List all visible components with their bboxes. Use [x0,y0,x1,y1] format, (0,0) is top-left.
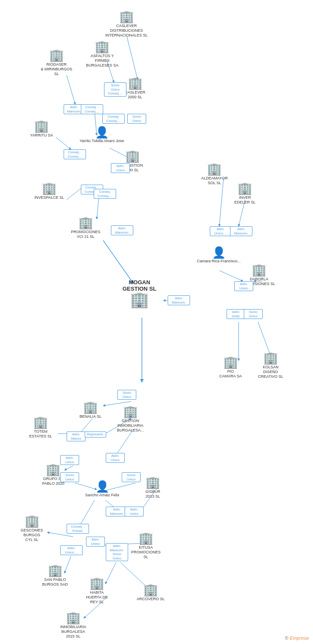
label-gescomes: GESCOMES BURGOS CYL SL [21,528,43,542]
building-icon-kolsan: 🏢 [263,352,278,364]
building-icon-aldeamayor: 🏢 [207,163,222,175]
building-icon-invespalce: 🏢 [42,182,57,194]
svg-line-3 [56,137,71,149]
badge-adm-unico-5[interactable]: Adm.Unico [106,453,125,463]
person-icon-camara: 👤 [212,247,226,258]
badge-socio-unico-2[interactable]: SocioÚnico [244,309,263,319]
building-icon-benalia: 🏢 [83,401,98,413]
svg-line-0 [127,36,138,79]
node-arcovero: 🏢 ARCOVERO SL [137,584,165,601]
node-benalia: 🏢 BENALIA SL [80,401,101,419]
diagram: 🏢 CASLEVER DISTRIBUCIONES INTERNACIONALE… [0,0,313,644]
badge-consej-2[interactable]: Consej.Consej.... [102,114,125,124]
label-mogan-title: MOGANGESTION SL [123,279,156,292]
label-eitusa: EITUSA PROMOCIONES SL [131,545,161,559]
building-icon-caslever2000: 🏢 [128,77,143,89]
building-icon-habita: 🏢 [89,577,104,589]
node-riodaser: 🏢 RIODASER & MIRINBURGOS SL [41,49,72,76]
label-sancho: Sancho Arnaiz Felix [85,493,120,498]
node-aldeamayor: 🏢 ALDEAMAYOR SOL SL [201,163,228,185]
badge-represent[interactable]: Represent. [85,431,106,437]
building-icon-mogan: 🏢 [130,292,149,307]
label-inmobiliaria: INMOBILIARIA BURGALESA 2015 SL [60,625,86,638]
node-inmobiliaria: 🏢 INMOBILIARIA BURGALESA 2015 SL [60,612,86,638]
label-asfaltos: ASFALTOS Y FIRMES BURGALESES SA [86,54,119,67]
node-gescomes: 🏢 GESCOMES BURGOS CYL SL [21,515,43,542]
label-riodaser: RIODASER & MIRINBURGOS SL [41,62,72,76]
label-gisbur: GISBUR 2013 SL [145,489,160,499]
label-camara-rica: Camara Rica Francisco... [197,259,241,264]
badge-consej-presid[interactable]: Consej. .Presid. [67,524,89,534]
building-icon-grupo: 🏢 [46,464,61,476]
node-kolsan: 🏢 KOLSAN DISEÑO CREATIVO SL [258,352,283,379]
node-gisbur: 🏢 GISBUR 2013 SL [145,477,160,499]
badge-adm-mancom-mogan[interactable]: Adm.Mancom. [168,295,190,305]
building-icon-caslever-dist: 🏢 [119,11,134,23]
svg-line-2 [67,75,75,104]
svg-line-27 [80,500,95,526]
node-camara-rica: 👤 Camara Rica Francisco... [197,247,241,264]
node-invespalce: 🏢 INVESPALCE SL [34,182,64,200]
badge-consej-5[interactable]: Consej.Consej.... [94,189,116,199]
badge-adm-unico-7[interactable]: Adm.Unico [86,537,105,547]
person-icon-yarritu: 👤 [95,127,109,138]
footer-empresa: Empresa [290,635,309,641]
node-inver-edeler: 🏢 INVER EDELER SL [234,182,256,205]
building-icon-riodaser: 🏢 [49,49,64,61]
badge-adm-mancom-socio[interactable]: Adm.Mancom.SocioÚnico [106,543,128,561]
building-icon-inmobiliaria: 🏢 [66,612,81,624]
node-san-pablo: 🏢 SAN PABLO BURGOS SAD [42,565,68,587]
node-habita: 🏢 HABITA HUERTA DE REY SL [86,577,108,604]
node-asfaltos: 🏢 ASFALTOS Y FIRMES BURGALESES SA [86,41,119,67]
badge-adm-unico-8[interactable]: Adm.Unico,... [60,545,83,555]
label-caslever-dist: CASLEVER DISTRIBUCIONES INTERNACIONALES … [105,24,148,37]
building-icon-inver-edeler: 🏢 [237,182,252,194]
node-mogan: MOGANGESTION SL 🏢 [123,279,156,307]
badge-consej-3[interactable]: Consej. .Consej.... [64,149,86,159]
label-benalia: BENALIA SL [80,414,101,419]
node-totem: 🏢 TOTEM ESTATES SL [29,416,52,439]
label-invespalce: INVESPALCE SL [34,195,64,200]
badge-socio-unico-consej[interactable]: SocioÚnicoConsej.... [104,82,126,97]
badge-adm-unico-1[interactable]: Adm.Unico [111,163,130,173]
badge-adm-mancom-3[interactable]: Adm.Mancom. [230,226,252,236]
label-san-pablo: SAN PABLO BURGOS SAD [42,577,68,587]
badge-socio-unico-3[interactable]: SocioÚnico [117,390,136,400]
badge-socio-unico-1[interactable]: SocioÚnico [127,114,146,124]
badge-adm-manco[interactable]: Adm.Manco [67,431,86,441]
badge-adm-mancom-2[interactable]: Adm.Mancom. [111,225,133,235]
node-sancho: 👤 Sancho Arnaiz Felix [85,481,120,498]
badge-adm-unico-2[interactable]: Adm.Unico,... [210,226,231,236]
badge-adm-unico-6[interactable]: Adm.Unico [125,507,144,516]
badge-adm-unico-4[interactable]: Adm.Unico [60,455,79,465]
node-gestion-inmob: 🏢 GESTION INMOBILIARIA BURGALESA... [117,406,144,432]
node-pio-camara: 🏢 PIO CAMARA SA [219,356,242,379]
building-icon-pio-camara: 🏢 [223,356,238,368]
svg-line-12 [219,270,243,281]
building-icon-gescomes: 🏢 [25,515,40,527]
label-gestion-inmob: GESTION INMOBILIARIA BURGALESA... [117,419,144,432]
building-icon-yarritu-sa: 🏢 [34,120,49,132]
label-kolsan: KOLSAN DISEÑO CREATIVO SL [258,365,283,379]
building-icon-daborla: 🏢 [252,264,267,276]
badge-socio-unico-5[interactable]: SocioÚnico [122,472,141,482]
building-icon-gestion-inmob: 🏢 [123,406,138,418]
node-yarritu-person: 👤 Yarritu Tubilla Alvaro Jose [80,127,124,143]
node-yarritu-sa: 🏢 YARRITU SA [30,120,53,138]
building-icon-totem: 🏢 [33,416,48,428]
building-icon-eitusa: 🏢 [138,532,153,544]
badge-adm-solid[interactable]: Adm.Solid. [227,309,245,319]
svg-line-22 [64,466,73,470]
footer-brand: © Empresa [285,635,309,641]
label-arcovero: ARCOVERO SL [137,597,165,601]
label-yarritu-person: Yarritu Tubilla Alvaro Jose [80,139,124,143]
badge-socio-unico-4[interactable]: SocioÚnico [60,472,79,482]
svg-line-7 [97,197,99,219]
node-promociones: 🏢 PROMOCIONES VCI 21 SL [71,217,101,239]
badge-adm-unico-3[interactable]: Adm.Unico [234,281,253,291]
svg-line-21 [116,429,133,455]
building-icon-constion: 🏢 [125,150,140,162]
label-aldeamayor: ALDEAMAYOR SOL SL [201,176,228,185]
building-icon-promociones: 🏢 [78,217,93,229]
badge-consej-1[interactable]: Consej. .Consej.... [81,104,103,114]
